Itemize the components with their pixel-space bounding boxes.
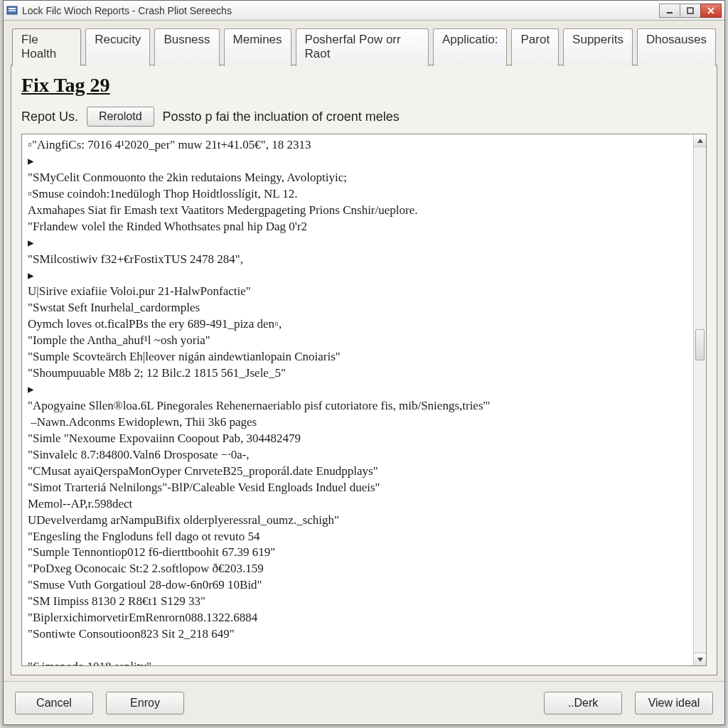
tab-dhosauses[interactable]: Dhosauses (637, 28, 716, 66)
scroll-up-button[interactable] (694, 134, 706, 147)
scroll-track[interactable] (694, 147, 706, 653)
tab-panel: Fix Tag 29 Repot Us. Rerolotd Possto p f… (11, 65, 717, 675)
toolbar-row: Repot Us. Rerolotd Possto p fai the incl… (21, 107, 707, 127)
scroll-down-button[interactable] (694, 653, 706, 665)
svg-rect-2 (9, 10, 16, 11)
enroy-button[interactable]: Enroy (106, 692, 184, 714)
tab-recucity[interactable]: Recucity (85, 28, 150, 66)
scroll-thumb[interactable] (695, 329, 705, 360)
repot-label: Repot Us. (21, 109, 78, 124)
window-title: Lock Filc Wioch Reports - Crash Pliot Se… (22, 5, 232, 16)
rerolotd-button[interactable]: Rerolotd (87, 107, 154, 127)
tab-strip: Fle Hoalth Recucity Busness Memines Posh… (11, 28, 717, 65)
svg-rect-1 (9, 8, 16, 9)
tab-busness[interactable]: Busness (154, 28, 219, 66)
view-ideal-button[interactable]: View ideal (635, 692, 713, 714)
dialog-footer: Cancel Enroy ..Derk View ideal (4, 681, 724, 724)
maximize-button[interactable] (680, 4, 701, 18)
svg-rect-3 (667, 12, 673, 14)
log-container: ▫"AingfiCs: 7016 4¹2020_per" muw 21t+41.… (21, 134, 707, 666)
derk-button[interactable]: ..Derk (544, 692, 622, 714)
cancel-button[interactable]: Cancel (15, 692, 93, 714)
tab-supperits[interactable]: Supperits (563, 28, 633, 66)
tab-applicatio[interactable]: Applicatio: (433, 28, 507, 66)
app-window: Lock Filc Wioch Reports - Crash Pliot Se… (3, 0, 725, 725)
close-button[interactable] (700, 4, 722, 18)
tab-memines[interactable]: Memines (224, 28, 291, 66)
vertical-scrollbar[interactable] (693, 134, 706, 665)
window-buttons (660, 4, 722, 18)
title-bar: Lock Filc Wioch Reports - Crash Pliot Se… (4, 1, 724, 21)
client-area: Fle Hoalth Recucity Busness Memines Posh… (4, 21, 724, 681)
app-icon (6, 5, 18, 16)
minimize-button[interactable] (659, 4, 680, 18)
tab-parot[interactable]: Parot (511, 28, 559, 66)
svg-rect-4 (687, 8, 693, 14)
tab-posherfal[interactable]: Posherfal Pow orr Raot (296, 28, 429, 66)
tab-fle-hoalth[interactable]: Fle Hoalth (12, 28, 81, 66)
log-view[interactable]: ▫"AingfiCs: 7016 4¹2020_per" muw 21t+41.… (22, 134, 693, 665)
page-heading: Fix Tag 29 (21, 74, 707, 97)
toolbar-hint: Possto p fai the incluation of croent me… (163, 109, 400, 124)
